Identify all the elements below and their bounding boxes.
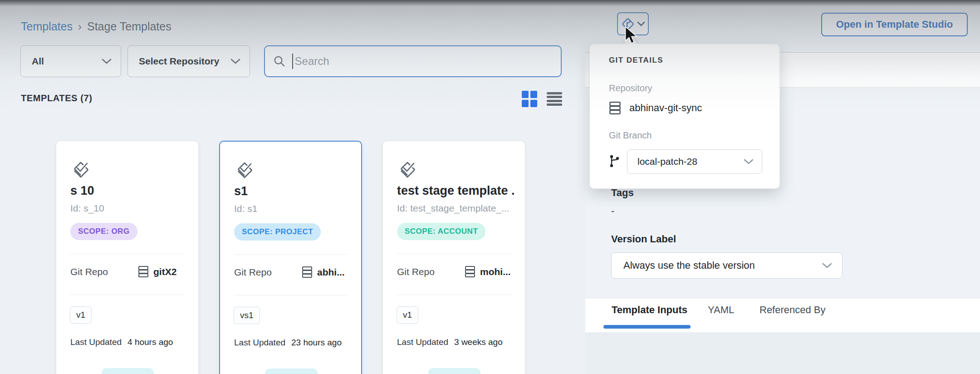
repository-filter-value: Select Repository xyxy=(139,56,219,67)
git-repo-label: Git Repo xyxy=(397,266,435,277)
divider xyxy=(234,295,348,295)
divider xyxy=(70,295,185,295)
scope-badge: SCOPE: PROJECT xyxy=(234,223,321,241)
version-label-value: Always use the stable version xyxy=(623,260,755,271)
version-label: Version Label xyxy=(611,233,676,245)
template-id: Id: s_10 xyxy=(70,203,104,214)
template-card-s10[interactable]: s 10 Id: s_10 SCOPE: ORG Git Repo gitX2 … xyxy=(56,141,199,374)
git-branch-select[interactable]: local-patch-28 xyxy=(627,149,762,174)
git-branch-icon xyxy=(608,153,621,169)
breadcrumb-templates-link[interactable]: Templates xyxy=(21,20,73,33)
last-updated-row: Last Updated 3 weeks ago xyxy=(397,337,503,347)
repository-icon xyxy=(609,101,621,115)
repository-filter-select[interactable]: Select Repository xyxy=(127,45,250,77)
repository-icon xyxy=(465,266,475,278)
stage-template-icon xyxy=(397,158,419,181)
breadcrumb: Templates › Stage Templates xyxy=(21,20,172,33)
templates-count-label: TEMPLATES (7) xyxy=(21,93,92,103)
template-id: Id: s1 xyxy=(234,203,257,214)
search-icon xyxy=(273,54,286,68)
mouse-cursor xyxy=(625,26,638,45)
divider xyxy=(70,254,185,254)
last-updated-row: Last Updated 23 hours ago xyxy=(234,338,342,348)
last-updated-label: Last Updated xyxy=(70,337,122,347)
scope-badge: SCOPE: ACCOUNT xyxy=(397,223,485,240)
template-card-test-stage-template[interactable]: test stage template ... Id: test_stage_t… xyxy=(382,141,525,374)
divider xyxy=(234,254,348,255)
repository-row: abhinav-git-sync xyxy=(609,101,702,115)
tags-value: - xyxy=(611,205,614,217)
stage-type-pill xyxy=(102,368,154,374)
text-caret xyxy=(292,54,293,69)
breadcrumb-current: Stage Templates xyxy=(87,20,172,33)
git-branch-value: local-patch-28 xyxy=(637,156,697,167)
git-branch-label: Git Branch xyxy=(609,130,652,141)
grid-view-toggle-icon[interactable] xyxy=(522,91,537,107)
divider xyxy=(397,295,511,295)
divider xyxy=(397,254,511,254)
stage-type-pill xyxy=(265,369,318,374)
search-box xyxy=(264,45,562,77)
git-repo-label: Git Repo xyxy=(234,267,272,278)
open-in-template-studio-button[interactable]: Open in Template Studio xyxy=(821,13,968,36)
last-updated-label: Last Updated xyxy=(234,338,285,348)
breadcrumb-separator-icon: › xyxy=(78,20,82,33)
repository-icon xyxy=(138,266,149,278)
scope-badge: SCOPE: ORG xyxy=(70,223,137,240)
last-updated-row: Last Updated 4 hours ago xyxy=(70,337,173,347)
template-title: s 10 xyxy=(70,184,94,198)
version-chip: v1 xyxy=(70,306,92,324)
git-details-title: GIT DETAILS xyxy=(609,56,663,65)
type-filter-select[interactable]: All xyxy=(20,45,121,77)
type-filter-value: All xyxy=(32,56,44,67)
last-updated-value: 4 hours ago xyxy=(127,337,173,347)
last-updated-value: 3 weeks ago xyxy=(454,337,503,347)
template-title: s1 xyxy=(234,184,248,198)
tab-content-area xyxy=(585,332,980,374)
git-details-popover: GIT DETAILS Repository abhinav-git-sync … xyxy=(589,44,780,189)
tab-yaml[interactable]: YAML xyxy=(708,304,734,316)
chevron-down-icon xyxy=(744,158,754,165)
template-id: Id: test_stage_template_... xyxy=(397,203,510,214)
chevron-down-icon xyxy=(822,262,832,269)
version-label-select[interactable]: Always use the stable version xyxy=(611,252,843,279)
tab-template-inputs[interactable]: Template Inputs xyxy=(612,304,687,316)
version-chip: vs1 xyxy=(234,307,260,324)
repository-value: abhinav-git-sync xyxy=(629,102,702,114)
git-repo-label: Git Repo xyxy=(70,266,108,277)
template-title: test stage template ... xyxy=(397,184,515,198)
version-chip: v1 xyxy=(397,306,418,324)
active-tab-underline xyxy=(603,325,691,329)
last-updated-label: Last Updated xyxy=(397,337,448,347)
template-card-s1[interactable]: s1 Id: s1 SCOPE: PROJECT Git Repo abhi..… xyxy=(219,141,362,374)
list-view-toggle-icon[interactable] xyxy=(547,92,562,106)
stage-template-icon xyxy=(70,158,93,181)
git-repo-value: abhi... xyxy=(317,267,345,278)
last-updated-value: 23 hours ago xyxy=(291,338,342,348)
chevron-down-icon xyxy=(102,58,112,64)
chevron-down-icon xyxy=(230,58,240,64)
repository-label: Repository xyxy=(609,83,652,94)
repository-icon xyxy=(302,266,313,278)
tab-referenced-by[interactable]: Referenced By xyxy=(760,304,826,316)
git-repo-value: mohi... xyxy=(480,266,511,277)
stage-templates-page: Templates › Stage Templates All Select R… xyxy=(0,0,980,374)
git-repo-value: gitX2 xyxy=(153,266,176,277)
stage-type-pill xyxy=(428,368,480,374)
search-input[interactable] xyxy=(295,55,553,68)
stage-template-icon xyxy=(234,159,256,182)
